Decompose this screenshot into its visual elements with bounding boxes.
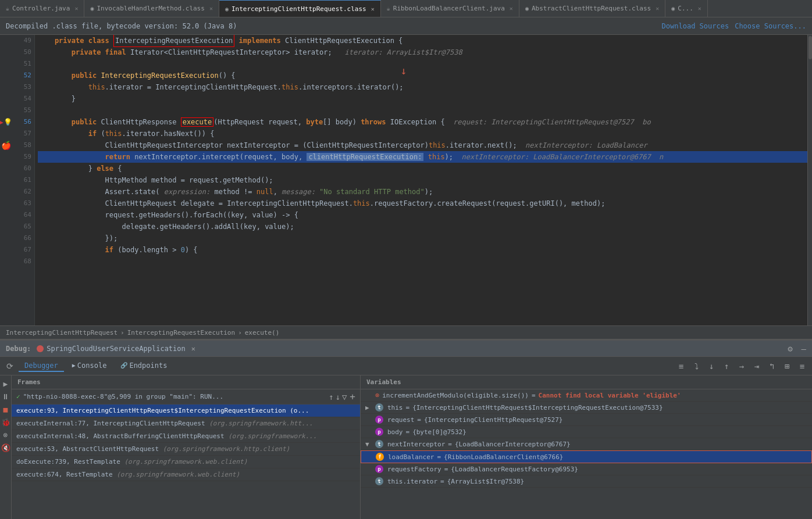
download-sources-link[interactable]: Download Sources (662, 22, 729, 30)
close-icon[interactable]: ✕ (656, 5, 659, 12)
expand-icon[interactable]: ▼ (365, 441, 372, 448)
tab-endpoints[interactable]: 🔗 Endpoints (115, 360, 173, 372)
debug-title-bar: Debug: SpringCloudUserServiceApplication… (0, 341, 812, 357)
run-to-cursor-btn[interactable]: → (735, 360, 748, 373)
choose-sources-link[interactable]: Choose Sources... (735, 22, 806, 30)
var-request[interactable]: p request = {InterceptingClientHttpReque… (361, 414, 812, 426)
code-line-50: private final Iterator<ClientHttpRequest… (38, 46, 807, 58)
breadcrumb-file[interactable]: InterceptingClientHttpRequest (6, 329, 117, 337)
tab-c[interactable]: ◉ C... ✕ (665, 0, 708, 17)
tab-console[interactable]: ▶ Console (66, 360, 113, 372)
tab-ribbon[interactable]: ☕ RibbonLoadBalancerClient.java ✕ (381, 0, 519, 17)
code-line-61: HttpMethod method = request.getMethod(); (38, 174, 807, 186)
watches-btn[interactable]: ⊞ (781, 360, 793, 373)
tab-bar: ☕ Controller.java ✕ ◉ InvocableHandlerMe… (0, 0, 812, 17)
breadcrumb-class[interactable]: InterceptingRequestExecution (127, 329, 235, 337)
code-line-54: } (38, 93, 807, 105)
debug-label: Debug: (6, 345, 31, 353)
code-line-60: } else { (38, 163, 807, 174)
var-body[interactable]: p body = {byte[0]@7532} (361, 426, 812, 438)
tab-controller[interactable]: ☕ Controller.java ✕ (0, 0, 84, 17)
step-out-btn[interactable]: ↑ (720, 360, 733, 373)
play-icon[interactable]: ▶ (0, 378, 12, 389)
tab-abstract[interactable]: ◉ AbstractClientHttpRequest.class ✕ (519, 0, 665, 17)
frames-header: Frames (12, 375, 360, 389)
evaluate-btn[interactable]: ⇥ (750, 360, 763, 373)
close-icon[interactable]: ✕ (371, 6, 375, 12)
arrow-up-icon[interactable]: ↑ (329, 392, 333, 402)
frame-item-4[interactable]: doExecute:739, RestTemplate (org.springf… (12, 456, 360, 468)
thread-row: ✓ "http-nio-8088-exec-8"@5,909 in group … (12, 389, 360, 405)
thread-expand[interactable]: + (350, 391, 355, 402)
close-icon[interactable]: ✕ (209, 5, 213, 12)
frame-item-5[interactable]: execute:674, RestTemplate (org.springfra… (12, 468, 360, 481)
code-line-53: this.iterator = InterceptingClientHttpRe… (38, 81, 807, 93)
breadcrumb-sep2: › (238, 329, 242, 337)
java-icon: ☕ (387, 5, 390, 12)
var-loadbalancer[interactable]: f loadBalancer = {RibbonLoadBalancerClie… (361, 450, 812, 463)
debug-session: SpringCloudUserServiceApplication ✕ (37, 345, 195, 353)
code-line-68 (38, 256, 807, 267)
code-line-62: Assert.state( expression: method != null… (38, 186, 807, 198)
frames-list: execute:93, InterceptingClientHttpReques… (12, 405, 360, 519)
param-icon: p (375, 416, 383, 424)
resume-btn[interactable]: ≡ (675, 360, 688, 373)
var-this[interactable]: ▶ t this = {InterceptingClientHttpReques… (361, 402, 812, 414)
close-icon[interactable]: ✕ (698, 5, 701, 12)
class-icon: ◉ (671, 5, 675, 12)
code-line-57: if (this.iterator.hasNext()) { (38, 128, 807, 139)
frame-item-2[interactable]: executeInternal:48, AbstractBufferingCli… (12, 430, 360, 443)
vars-header: Variables (361, 375, 812, 389)
frame-item-1[interactable]: executeInternal:77, InterceptingClientHt… (12, 417, 360, 430)
frame-item-3[interactable]: execute:53, AbstractClientHttpRequest (o… (12, 443, 360, 456)
field-icon: f (376, 453, 384, 461)
breadcrumb-bar: InterceptingClientHttpRequest › Intercep… (0, 325, 812, 339)
var-increment[interactable]: ⊗ incrementAndGetModulo(eligible.size())… (361, 389, 812, 402)
code-line-67: if (body.length > 0) { (38, 244, 807, 256)
session-name: SpringCloudUserServiceApplication (47, 345, 185, 353)
debug2-icon[interactable]: 🐞 (0, 416, 12, 428)
var-requestfactory[interactable]: p requestFactory = {LoadBalancerRequestF… (361, 463, 812, 475)
mute-icon[interactable]: 🔇 (0, 442, 12, 453)
breadcrumb-method[interactable]: execute() (245, 329, 280, 337)
close-session-icon[interactable]: ✕ (191, 345, 195, 353)
tab-debugger[interactable]: Debugger (19, 360, 64, 372)
more-btn[interactable]: ≡ (796, 360, 809, 373)
var-this-iterator[interactable]: t this.iterator = {ArrayList$Itr@7538} (361, 475, 812, 488)
filter-icon[interactable]: ▽ (342, 392, 347, 402)
var-nextinterceptor[interactable]: ▼ t nextInterceptor = {LoadBalancerInter… (361, 438, 812, 450)
code-line-55 (38, 105, 807, 116)
pause-icon[interactable]: ⏸ (0, 391, 12, 402)
marker-58: 🍎 (1, 139, 11, 151)
class-icon: ◉ (225, 6, 229, 12)
expand-icon[interactable]: ▶ (365, 404, 372, 411)
debug-left-icons: ▶ ⏸ ■ 🐞 ⊗ 🔇 (0, 375, 12, 519)
settings-icon[interactable]: ⚙ (788, 344, 792, 353)
decompile-text: Decompiled .class file, bytecode version… (6, 22, 237, 30)
decompile-bar: Decompiled .class file, bytecode version… (0, 17, 812, 35)
frame-item-0[interactable]: execute:93, InterceptingClientHttpReques… (12, 405, 360, 417)
stop-icon[interactable]: ■ (0, 403, 12, 415)
type-icon: t (375, 477, 383, 485)
close-icon[interactable]: ✕ (74, 5, 78, 12)
error-icon: ⊗ (375, 391, 379, 399)
scroll-thumb[interactable] (809, 36, 812, 59)
breakpoints-icon[interactable]: ⊗ (0, 429, 12, 441)
code-line-49: private class InterceptingRequestExecuti… (38, 35, 807, 46)
decompile-actions: Download Sources Choose Sources... (662, 22, 806, 30)
code-editor[interactable]: private class InterceptingRequestExecuti… (35, 35, 807, 325)
code-line-63: ClientHttpRequest delegate = Interceptin… (38, 198, 807, 209)
close-icon[interactable]: ✕ (510, 5, 513, 12)
tab-invocable[interactable]: ◉ InvocableHandlerMethod.class ✕ (84, 0, 219, 17)
step-over-btn[interactable]: ⤵ (690, 360, 703, 373)
thread-arrows: ↑ ↓ ▽ (329, 392, 347, 402)
restart-btn[interactable]: ⟳ (3, 360, 16, 373)
arrow-down-icon[interactable]: ↓ (335, 392, 340, 402)
type-icon: t (375, 440, 383, 448)
step-into-btn[interactable]: ↓ (705, 360, 718, 373)
frames-btn[interactable]: ↰ (765, 360, 778, 373)
vertical-scrollbar[interactable] (807, 35, 812, 325)
tab-intercepting[interactable]: ◉ InterceptingClientHttpRequest.class ✕ (219, 0, 381, 17)
minimize-icon[interactable]: — (802, 344, 806, 353)
session-icon (37, 345, 44, 352)
